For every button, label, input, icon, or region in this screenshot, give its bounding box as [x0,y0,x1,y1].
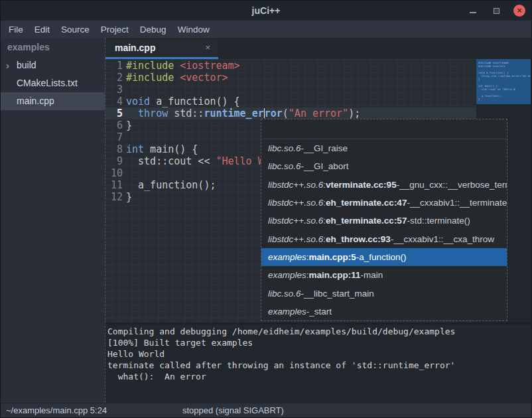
popup-filter-input[interactable] [261,119,507,139]
frame-library: examples [268,252,306,262]
stack-frame-item[interactable]: libc.so.6 - __GI_abort [261,157,507,175]
code-token: main() { [144,143,198,155]
minimize-icon [470,12,476,13]
menu-item-source[interactable]: Source [61,25,90,35]
frame-library: libstdc++.so.6 [268,234,323,244]
menu-item-file[interactable]: File [9,25,23,35]
code-token: #include [126,72,180,84]
minimap-line: throw std::runtime_error("An error"); [478,74,531,78]
frame-function: __GI_raise [304,143,348,153]
tree-item-main-cpp[interactable]: main.cpp [1,92,105,110]
line-number: 6 [105,119,123,131]
code-text: #include <vector> [126,72,228,84]
stack-frame-item[interactable]: examples:main.cpp:5 - a_function() [261,248,507,266]
code-token: ( [283,107,289,119]
window-controls: × [467,1,525,21]
code-text: int main() { [126,143,198,155]
line-number: 12 [105,191,123,203]
code-text: throw std::runtime_error("An error"); [126,107,360,119]
code-token: "Hello W [216,155,263,167]
code-token: a_function(); [126,179,216,191]
stack-frame-item[interactable]: examples:main.cpp:11 - main [261,266,507,284]
frame-library: libc.so.6 [268,143,301,153]
tabbar: main.cpp × [105,38,531,59]
code-line[interactable]: 2#include <vector> [105,72,476,84]
stack-frame-item[interactable]: libc.so.6 - __libc_start_main [261,284,507,302]
tree-item-label: CMakeLists.txt [17,78,78,88]
frame-file-line: vterminate.cc:95 [326,180,397,190]
frame-library: libc.so.6 [268,161,301,171]
minimap-slider[interactable]: #include <iostream>#include <vector> voi… [476,59,531,104]
menubar: FileEditSourceProjectDebugWindow [1,21,531,38]
expander-chevron-icon[interactable]: › [6,56,9,74]
file-tree-sidebar: examples ›buildCMakeLists.txtmain.cpp [1,38,105,403]
restore-icon [494,8,499,14]
window-title: juCi++ [1,5,531,16]
file-tree: ›buildCMakeLists.txtmain.cpp [1,56,105,110]
code-token: <vector> [180,72,228,84]
tab-label: main.cpp [115,42,205,53]
line-number: 5 [105,107,123,119]
frame-function: std::terminate() [410,216,470,226]
line-number: 8 [105,143,123,155]
project-name-header: examples [1,38,105,56]
frame-function: main [364,270,383,280]
code-token: std:: [168,107,204,119]
titlebar: juCi++ × [1,1,531,21]
line-number: 7 [105,131,123,143]
frame-library: examples [268,307,306,316]
menu-item-debug[interactable]: Debug [140,25,166,35]
line-number: 11 [105,179,123,191]
juci-window: juCi++ × FileEditSourceProjectDebugWindo… [0,0,532,418]
restore-button[interactable] [490,5,502,17]
stack-frame-item[interactable]: libc.so.6 - __GI_raise [261,139,507,157]
content: examples ›buildCMakeLists.txtmain.cpp ma… [1,38,531,403]
code-token: } [126,119,132,131]
code-text: #include <iostream> [126,60,240,72]
tree-item-label: build [17,60,36,70]
terminal-line: terminate called after throwing an insta… [107,360,531,371]
tree-item-build[interactable]: ›build [1,56,105,74]
code-token: ); [348,107,360,119]
code-token: <iostream> [180,60,239,72]
frame-function: __cxxabiv1::__cxa_throw [393,234,494,244]
frame-function: _start [309,307,332,316]
stack-frame-item[interactable]: examples - _start [261,303,507,320]
stack-frame-item[interactable]: libstdc++.so.6:vterminate.cc:95 - __gnu_… [261,176,507,194]
code-text: } [126,119,132,131]
code-text: std::cout << "Hello W [126,155,264,167]
frame-library: libstdc++.so.6 [268,216,323,226]
minimize-button[interactable] [467,5,479,17]
code-line[interactable]: 1#include <iostream> [105,60,476,72]
frame-file-line: eh_terminate.cc:57 [326,216,407,226]
menu-item-window[interactable]: Window [178,25,210,35]
tab-close-icon[interactable]: × [205,42,210,52]
stack-frame-item[interactable]: libstdc++.so.6:eh_terminate.cc:47 - __cx… [261,194,507,212]
close-button[interactable]: × [513,5,525,17]
line-number: 9 [105,155,123,167]
code-token: a_function() { [150,96,239,107]
code-token: runtime_er [204,107,263,119]
menu-item-project[interactable]: Project [101,25,129,35]
code-token [126,107,138,119]
frame-file-line: eh_terminate.cc:47 [326,198,407,208]
menu-item-edit[interactable]: Edit [34,25,50,35]
code-line[interactable]: 4void a_function() { [105,96,476,107]
stack-frame-item[interactable]: libstdc++.so.6:eh_terminate.cc:57 - std:… [261,212,507,230]
code-token: void [126,96,150,107]
editor-column: main.cpp × 1#include <iostream>2#include… [105,38,531,403]
frame-library: examples [268,270,306,280]
tab-main-cpp[interactable]: main.cpp × [105,38,218,59]
frame-file-line: main.cpp:11 [309,270,361,280]
code-token: #include [126,60,180,72]
terminal-line: [100%] Built target examples [107,337,531,348]
line-number: 2 [105,72,123,84]
tree-item-cmakelists-txt[interactable]: CMakeLists.txt [1,74,105,92]
stack-trace-popup: libc.so.6 - __GI_raiselibc.so.6 - __GI_a… [261,119,507,321]
code-token: std::cout << [126,155,216,167]
code-line[interactable]: 5 throw std::runtime_error("An error"); [105,107,476,119]
stack-frame-item[interactable]: libstdc++.so.6:eh_throw.cc:93 - __cxxabi… [261,230,507,247]
code-line[interactable]: 3 [105,84,476,96]
minimap-line: } [478,98,531,101]
output-terminal[interactable]: Compiling and debugging /home/eidheim/ex… [105,322,531,403]
